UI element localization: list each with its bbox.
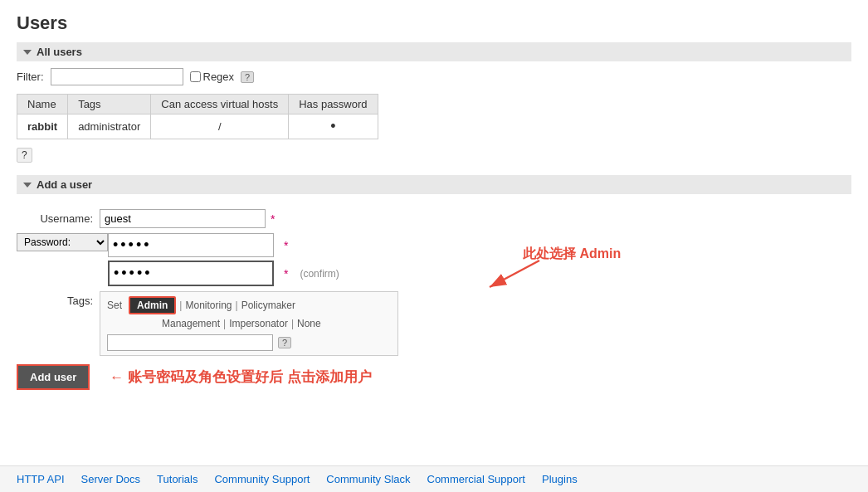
filter-row: Filter: Regex ? [17, 68, 851, 85]
tags-row2: Management | Impersonator | None [107, 318, 391, 329]
sep4: | [291, 318, 294, 329]
username-label: Username: [17, 212, 100, 225]
required-star-pwd: * [284, 239, 288, 252]
password-input[interactable] [108, 233, 274, 257]
col-tags: Tags [68, 95, 151, 114]
page-title: Users [17, 12, 851, 34]
add-user-label: Add a user [37, 178, 92, 191]
help-icon[interactable]: ? [17, 148, 32, 163]
regex-checkbox[interactable] [190, 71, 201, 82]
footer: HTTP API Server Docs Tutorials Community… [0, 465, 868, 492]
cell-virtual-hosts: / [151, 114, 289, 139]
tags-row: Tags: Set Admin | Monitoring | Policymak… [17, 291, 851, 356]
all-users-section: All users Filter: Regex ? Name Tags [17, 42, 851, 163]
tag-policymaker-link[interactable]: Policymaker [241, 300, 295, 311]
footer-link-tutorials[interactable]: Tutorials [157, 473, 197, 485]
password-type-row: Password: [17, 233, 108, 251]
page-container: Users All users Filter: Regex ? [0, 0, 868, 492]
username-input[interactable] [100, 209, 266, 228]
col-has-password: Has password [289, 95, 378, 114]
footer-link-server-docs[interactable]: Server Docs [81, 473, 141, 485]
password-type-select[interactable]: Password: [17, 233, 108, 251]
filter-label: Filter: [17, 71, 44, 83]
required-star-confirm: * [284, 267, 288, 280]
add-user-button[interactable]: Add user [17, 364, 90, 390]
confirm-password-input[interactable] [108, 261, 274, 286]
footer-link-commercial-support[interactable]: Commercial Support [427, 473, 526, 485]
footer-link-http-api[interactable]: HTTP API [17, 473, 65, 485]
table-body: rabbit administrator / • [17, 114, 378, 139]
filter-help-btn[interactable]: ? [241, 71, 254, 83]
cell-name[interactable]: rabbit [17, 114, 68, 139]
tags-text-input[interactable] [107, 334, 273, 351]
all-users-label: All users [37, 46, 82, 58]
tag-management-link[interactable]: Management [162, 318, 220, 329]
tags-box: Set Admin | Monitoring | Policymaker Man… [100, 291, 398, 356]
tag-admin-btn[interactable]: Admin [129, 296, 176, 314]
password-dot: • [330, 118, 335, 134]
tag-impersonator-link[interactable]: Impersonator [229, 318, 288, 329]
tags-buttons-row: Set Admin | Monitoring | Policymaker [107, 296, 391, 314]
collapse-icon[interactable] [23, 50, 32, 55]
sep3: | [223, 318, 226, 329]
add-user-header: Add a user [17, 175, 851, 194]
footer-link-community-slack[interactable]: Community Slack [326, 473, 410, 485]
regex-checkbox-label: Regex [190, 71, 235, 83]
col-name: Name [17, 95, 68, 114]
add-user-section: Add a user Username: * Password: [17, 175, 851, 398]
tags-label: Tags: [17, 291, 100, 307]
cell-has-password: • [289, 114, 378, 139]
collapse-add-icon[interactable] [23, 183, 32, 188]
table-row: rabbit administrator / • [17, 114, 378, 139]
add-user-btn-row: Add user ← 账号密码及角色设置好后 点击添加用户 [17, 364, 851, 390]
col-virtual-hosts: Can access virtual hosts [151, 95, 289, 114]
add-user-form: Username: * Password: [17, 201, 851, 398]
footer-link-community-support[interactable]: Community Support [214, 473, 310, 485]
filter-input[interactable] [51, 68, 183, 85]
table-question-mark[interactable]: ? [17, 144, 851, 163]
tag-monitoring-link[interactable]: Monitoring [185, 300, 232, 311]
sep2: | [236, 300, 238, 311]
table-header-row: Name Tags Can access virtual hosts Has p… [17, 95, 378, 114]
table-header: Name Tags Can access virtual hosts Has p… [17, 95, 378, 114]
tag-none-link[interactable]: None [297, 318, 321, 329]
cell-tags: administrator [68, 114, 151, 139]
footer-link-plugins[interactable]: Plugins [542, 473, 578, 485]
username-row: Username: * [17, 209, 851, 228]
all-users-header: All users [17, 42, 851, 61]
required-star-username: * [271, 212, 275, 226]
password-row: Password: * * (confirm) [17, 233, 851, 286]
tags-help-btn[interactable]: ? [278, 337, 291, 348]
sep1: | [179, 300, 182, 311]
set-label: Set [107, 300, 122, 311]
confirm-label: (confirm) [300, 268, 339, 280]
regex-label: Regex [203, 71, 235, 83]
annotation-bottom: ← 账号密码及角色设置好后 点击添加用户 [110, 368, 371, 387]
main-content: Users All users Filter: Regex ? [0, 0, 868, 465]
users-table: Name Tags Can access virtual hosts Has p… [17, 94, 378, 139]
tags-input-row: ? [107, 334, 391, 351]
